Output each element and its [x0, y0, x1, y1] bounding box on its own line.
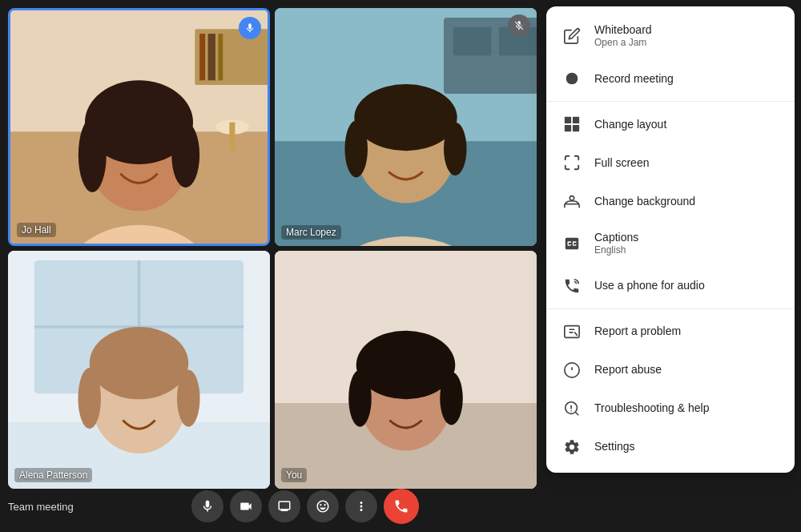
control-bar: Team meeting: [8, 489, 537, 524]
svg-point-62: [566, 72, 578, 84]
whiteboard-sublabel: Open a Jam: [594, 37, 652, 50]
fullscreen-icon: [562, 153, 582, 172]
svg-point-53: [177, 370, 200, 427]
svg-point-34: [354, 84, 457, 151]
dropdown-menu: Whiteboard Open a Jam Record meeting Cha…: [546, 6, 795, 473]
end-call-button[interactable]: [384, 489, 419, 524]
svg-point-61: [440, 372, 463, 425]
reactions-button[interactable]: [307, 490, 339, 522]
menu-item-whiteboard[interactable]: Whiteboard Open a Jam: [546, 13, 795, 59]
record-label: Record meeting: [594, 71, 674, 86]
video-cell-alena-patterson: Alena Patterson: [8, 251, 270, 489]
menu-item-report-problem[interactable]: Report a problem: [546, 312, 795, 351]
troubleshoot-icon: [562, 399, 582, 418]
svg-point-35: [344, 120, 368, 177]
participant-name-marc-lopez: Marc Lopez: [281, 225, 341, 240]
svg-rect-63: [565, 117, 571, 123]
captions-sublabel: English: [594, 244, 638, 257]
participant-name-jo-hall: Jo Hall: [17, 223, 56, 237]
active-speaker-indicator: [239, 17, 261, 39]
video-cell-jo-hall: Jo Hall: [8, 8, 270, 246]
svg-point-60: [348, 370, 372, 427]
background-icon: [562, 191, 582, 211]
menu-item-settings[interactable]: Settings: [546, 428, 795, 466]
pencil-icon: [562, 26, 582, 46]
report-problem-label: Report a problem: [594, 324, 681, 338]
report-abuse-icon: [562, 361, 582, 380]
svg-point-14: [171, 123, 199, 187]
svg-point-36: [444, 123, 467, 176]
controls-group: [191, 489, 419, 524]
background-label: Change background: [594, 194, 695, 208]
menu-divider-1: [546, 101, 795, 102]
menu-divider-2: [546, 308, 795, 309]
participant-name-alena-patterson: Alena Patterson: [14, 468, 92, 482]
phone-audio-icon: [562, 276, 582, 296]
svg-rect-5: [208, 34, 215, 80]
menu-item-background[interactable]: Change background: [546, 182, 795, 220]
captions-label: Captions: [594, 230, 638, 244]
menu-item-captions[interactable]: Captions English: [546, 220, 795, 267]
settings-icon: [562, 437, 582, 457]
captions-icon: [562, 234, 582, 253]
svg-point-52: [78, 368, 101, 429]
settings-label: Settings: [594, 439, 635, 453]
phone-audio-label: Use a phone for audio: [594, 278, 705, 292]
svg-point-67: [570, 195, 574, 200]
menu-item-troubleshooting[interactable]: Troubleshooting & help: [546, 389, 795, 428]
participant-name-you: You: [281, 468, 307, 482]
svg-rect-66: [573, 125, 579, 131]
svg-point-51: [90, 327, 189, 399]
troubleshooting-label: Troubleshooting & help: [594, 401, 709, 415]
report-problem-icon: [562, 322, 582, 341]
whiteboard-label: Whiteboard: [594, 22, 652, 37]
svg-point-59: [356, 331, 456, 400]
fullscreen-label: Full screen: [594, 155, 649, 170]
layout-icon: [562, 115, 582, 134]
menu-item-record[interactable]: Record meeting: [546, 59, 795, 98]
svg-rect-65: [565, 125, 571, 131]
layout-label: Change layout: [594, 117, 666, 131]
svg-rect-8: [229, 123, 235, 151]
menu-item-fullscreen[interactable]: Full screen: [546, 143, 795, 182]
report-abuse-label: Report abuse: [594, 362, 662, 377]
present-button[interactable]: [268, 490, 300, 522]
svg-rect-20: [453, 27, 492, 56]
meeting-title: Team meeting: [8, 501, 74, 513]
svg-rect-4: [199, 34, 205, 80]
menu-item-report-abuse[interactable]: Report abuse: [546, 351, 795, 389]
video-grid: Jo Hall: [8, 8, 537, 489]
video-cell-marc-lopez: Marc Lopez: [275, 8, 537, 246]
record-icon: [562, 69, 582, 88]
camera-button[interactable]: [230, 490, 262, 522]
more-options-button[interactable]: [345, 490, 377, 522]
svg-rect-3: [195, 29, 268, 85]
menu-item-phone-audio[interactable]: Use a phone for audio: [546, 267, 795, 305]
microphone-button[interactable]: [191, 490, 223, 522]
muted-indicator: [508, 14, 530, 37]
video-cell-you: You: [275, 251, 537, 489]
svg-point-13: [78, 118, 107, 192]
menu-item-layout[interactable]: Change layout: [546, 105, 795, 143]
svg-rect-6: [218, 34, 223, 80]
svg-rect-64: [573, 117, 579, 123]
